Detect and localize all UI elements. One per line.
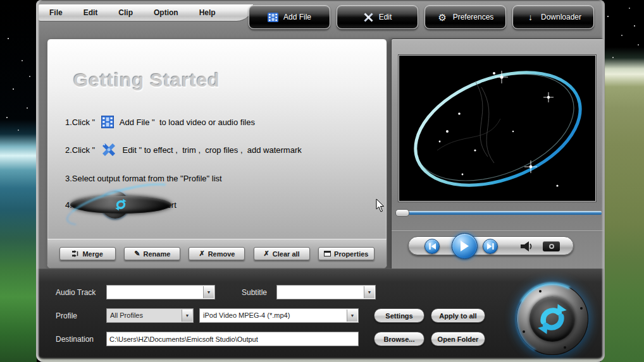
- seek-handle[interactable]: [395, 209, 409, 217]
- clear-all-label: Clear all: [273, 250, 300, 258]
- seek-bar: [395, 209, 602, 217]
- subtitle-label: Subtitle: [242, 288, 267, 297]
- play-button[interactable]: [452, 233, 478, 259]
- browse-button[interactable]: Browse...: [374, 332, 424, 346]
- add-file-button[interactable]: Add File: [249, 5, 330, 29]
- properties-window-icon: [324, 251, 331, 256]
- edit-label: Edit: [379, 13, 392, 21]
- download-arrow-icon: ↓: [525, 12, 536, 23]
- audio-track-dropdown[interactable]: ▼: [106, 285, 215, 299]
- add-file-step-icon: [101, 116, 114, 128]
- downloader-label: Downloader: [541, 13, 581, 21]
- add-file-label: Add File: [283, 13, 311, 21]
- getting-started-step-3: 3.Select output format from the "Profile…: [65, 171, 222, 186]
- video-preview-screen: [399, 55, 596, 202]
- clear-all-icon: ✗: [264, 250, 269, 257]
- app-window: File Edit Clip Option Help Add File Edit…: [36, 0, 605, 362]
- preferences-button[interactable]: ⚙ Preferences: [424, 5, 506, 29]
- getting-started-step-1: 1.Click " Add File " to load video or au…: [65, 114, 255, 130]
- preview-divider: [392, 231, 604, 232]
- rename-label: Rename: [144, 250, 171, 258]
- pencil-icon: ✎: [134, 250, 140, 257]
- rename-button[interactable]: ✎ Rename: [124, 247, 180, 260]
- chevron-down-icon[interactable]: ▼: [347, 310, 357, 322]
- file-list-panel: Getting Started 1.Click " Add File " to …: [47, 39, 387, 268]
- file-actions-bar: Merge ✎ Rename ✗ Remove ✗ Clear all Prop…: [47, 239, 387, 268]
- downloader-button[interactable]: ↓ Downloader: [512, 5, 594, 29]
- menu-bar: File Edit Clip Option Help: [39, 4, 254, 21]
- profile-category-dropdown[interactable]: All Profiles ▼: [106, 308, 194, 323]
- preview-visualization: [399, 56, 596, 202]
- profile-label: Profile: [56, 311, 77, 320]
- properties-button[interactable]: Properties: [318, 247, 375, 260]
- preview-panel: [391, 39, 605, 272]
- next-button[interactable]: [483, 239, 498, 254]
- merge-label: Merge: [82, 250, 102, 258]
- menu-option[interactable]: Option: [154, 8, 178, 17]
- chevron-down-icon[interactable]: ▼: [203, 286, 214, 298]
- getting-started-title: Getting Started: [73, 69, 220, 91]
- remove-label: Remove: [208, 250, 235, 258]
- menu-clip[interactable]: Clip: [118, 8, 133, 17]
- desktop-stars: [0, 0, 1, 1]
- film-icon: [268, 12, 278, 23]
- menu-edit[interactable]: Edit: [84, 8, 98, 17]
- settings-button[interactable]: Settings: [374, 308, 424, 323]
- play-icon: [460, 241, 469, 251]
- audio-track-label: Audio Track: [56, 288, 96, 297]
- previous-icon: [429, 243, 436, 250]
- top-toolbar: Add File Edit ⚙ Preferences ↓ Downloader: [249, 5, 594, 29]
- properties-label: Properties: [334, 250, 368, 258]
- menu-help[interactable]: Help: [199, 8, 216, 17]
- seek-track[interactable]: [395, 211, 602, 215]
- step2-text-post: Edit " to effect , trim , crop files , a…: [120, 145, 302, 155]
- destination-label: Destination: [56, 335, 94, 344]
- convert-button[interactable]: [516, 283, 588, 355]
- step1-text-post: Add File " to load video or audio files: [118, 118, 255, 127]
- volume-icon[interactable]: [520, 241, 534, 255]
- step1-text-pre: 1.Click ": [65, 118, 97, 127]
- edit-step-icon: [101, 142, 116, 157]
- chevron-down-icon[interactable]: ▼: [182, 310, 192, 322]
- merge-icon: [72, 250, 79, 257]
- edit-button[interactable]: Edit: [337, 5, 418, 29]
- profile-format-dropdown[interactable]: iPod Video MPEG-4 (*.mp4) ▼: [199, 308, 359, 323]
- camera-lens: [549, 244, 554, 249]
- merge-button[interactable]: Merge: [59, 247, 116, 260]
- destination-input[interactable]: [106, 332, 359, 346]
- open-folder-button[interactable]: Open Folder: [431, 332, 485, 346]
- step3-text: 3.Select output format from the "Profile…: [65, 174, 222, 183]
- edit-x-icon: [363, 12, 374, 23]
- remove-button[interactable]: ✗ Remove: [189, 247, 245, 260]
- step2-text-pre: 2.Click ": [65, 145, 97, 155]
- convert-swirl-icon: [536, 303, 569, 335]
- desktop-background-right: [601, 0, 644, 362]
- subtitle-dropdown[interactable]: ▼: [276, 285, 376, 299]
- menu-file[interactable]: File: [49, 8, 63, 17]
- convert-step-icon: [101, 191, 129, 219]
- snapshot-camera-icon[interactable]: [543, 241, 560, 251]
- profile-category-value: All Profiles: [110, 311, 180, 319]
- profile-format-value: iPod Video MPEG-4 (*.mp4): [203, 311, 345, 319]
- getting-started-step-4: 4.Click " " to convert: [65, 191, 176, 219]
- playback-controls: [408, 236, 574, 255]
- gear-icon: ⚙: [437, 12, 448, 23]
- previous-button[interactable]: [424, 239, 440, 254]
- desktop-background-left: [0, 0, 37, 362]
- next-icon: [487, 243, 494, 250]
- preferences-label: Preferences: [453, 13, 494, 21]
- chevron-down-icon[interactable]: ▼: [364, 286, 375, 298]
- apply-to-all-button[interactable]: Apply to all: [431, 308, 485, 323]
- getting-started-step-2: 2.Click " Edit " to effect , trim , crop…: [65, 142, 302, 157]
- remove-x-icon: ✗: [199, 250, 204, 257]
- clear-all-button[interactable]: ✗ Clear all: [254, 247, 310, 260]
